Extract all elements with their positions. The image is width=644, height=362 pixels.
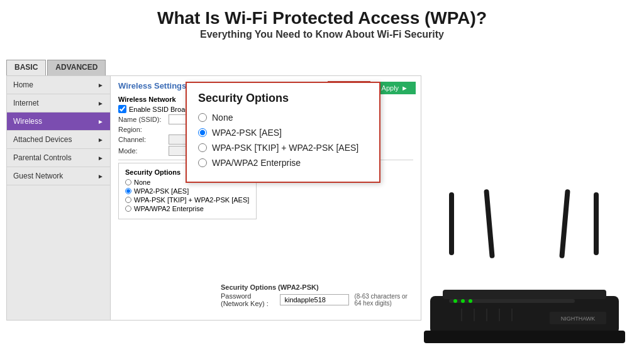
password-section-title: Security Options (WPA2-PSK): [221, 283, 416, 291]
svg-point-9: [469, 299, 472, 303]
main-title: What Is Wi-Fi Protected Access (WPA)?: [0, 8, 644, 29]
tab-advanced[interactable]: ADVANCED: [47, 60, 106, 75]
sidebar-item-home[interactable]: Home ►: [7, 76, 110, 94]
radio-wpapsk-combo: WPA-PSK [TKIP] + WPA2-PSK [AES]: [125, 196, 250, 204]
sidebar-item-wireless[interactable]: Wireless ►: [7, 112, 110, 131]
popup-radio-combo-input[interactable]: [198, 143, 207, 152]
header: What Is Wi-Fi Protected Access (WPA)? Ev…: [0, 0, 644, 45]
popup-radio-combo: WPA-PSK [TKIP] + WPA2-PSK [AES]: [198, 143, 368, 153]
svg-point-7: [453, 299, 457, 303]
radio-enterprise: WPA/WPA2 Enterprise: [125, 205, 250, 212]
popup-radio-none: None: [198, 112, 368, 123]
svg-rect-5: [443, 290, 606, 299]
svg-rect-6: [449, 299, 575, 303]
security-popup: Security Options None WPA2-PSK [AES] WPA…: [186, 82, 380, 183]
tab-basic[interactable]: BASIC: [6, 60, 46, 75]
radio-wpa2psk-input[interactable]: [125, 188, 131, 194]
popup-wpa2psk-label: WPA2-PSK [AES]: [212, 128, 282, 138]
chevron-right-icon: ►: [97, 82, 104, 89]
popup-enterprise-label: WPA/WPA2 Enterprise: [212, 158, 301, 168]
radio-enterprise-input[interactable]: [125, 206, 131, 212]
svg-rect-2: [559, 189, 570, 258]
popup-radio-wpa2psk-input[interactable]: [198, 128, 207, 137]
popup-none-label: None: [212, 112, 233, 123]
ssid-checkbox[interactable]: [118, 105, 126, 113]
sidebar-item-parental-controls[interactable]: Parental Controls ►: [7, 149, 110, 167]
sidebar: Home ► Internet ► Wireless ► Attached De…: [7, 76, 111, 320]
channel-label: Channel:: [118, 136, 169, 143]
name-label: Name (SSID):: [118, 116, 169, 123]
svg-text:NIGHTHAWK: NIGHTHAWK: [561, 315, 596, 322]
svg-rect-0: [449, 192, 454, 255]
chevron-right-icon: ►: [97, 173, 104, 180]
svg-rect-1: [484, 189, 495, 258]
popup-radio-enterprise-input[interactable]: [198, 158, 207, 167]
password-input[interactable]: [280, 294, 349, 305]
tab-bar: BASIC ADVANCED: [6, 60, 106, 75]
sidebar-item-attached-devices[interactable]: Attached Devices ►: [7, 131, 110, 149]
password-hint: (8-63 characters or 64 hex digits): [354, 293, 416, 307]
password-section: Security Options (WPA2-PSK) Password (Ne…: [221, 283, 416, 307]
router-image: NIGHTHAWK: [411, 186, 638, 362]
popup-radio-none-input[interactable]: [198, 113, 207, 122]
chevron-right-icon: ►: [97, 100, 104, 107]
popup-radio-wpa2psk: WPA2-PSK [AES]: [198, 128, 368, 138]
sidebar-item-internet[interactable]: Internet ►: [7, 94, 110, 112]
popup-radio-enterprise: WPA/WPA2 Enterprise: [198, 158, 368, 168]
popup-title: Security Options: [198, 92, 368, 105]
radio-wpa2psk: WPA2-PSK [AES]: [125, 187, 250, 195]
region-label: Region:: [118, 126, 169, 133]
svg-rect-10: [424, 331, 625, 343]
sidebar-item-guest-network[interactable]: Guest Network ►: [7, 167, 110, 185]
svg-point-8: [461, 299, 465, 303]
radio-none-input[interactable]: [125, 179, 131, 185]
mode-label: Mode:: [118, 147, 169, 155]
arrow-right-icon: ►: [401, 84, 408, 92]
svg-rect-3: [594, 192, 599, 255]
chevron-right-icon: ►: [97, 118, 104, 125]
radio-wpapsk-combo-input[interactable]: [125, 197, 131, 203]
sub-title: Everything You Need to Know About Wi-Fi …: [0, 29, 644, 40]
chevron-right-icon: ►: [97, 136, 104, 143]
password-row: Password (Network Key) : (8-63 character…: [221, 292, 416, 307]
router-svg: NIGHTHAWK: [411, 186, 638, 362]
chevron-right-icon: ►: [97, 155, 104, 162]
password-field-label: Password (Network Key) :: [221, 292, 275, 307]
popup-combo-label: WPA-PSK [TKIP] + WPA2-PSK [AES]: [212, 143, 358, 153]
